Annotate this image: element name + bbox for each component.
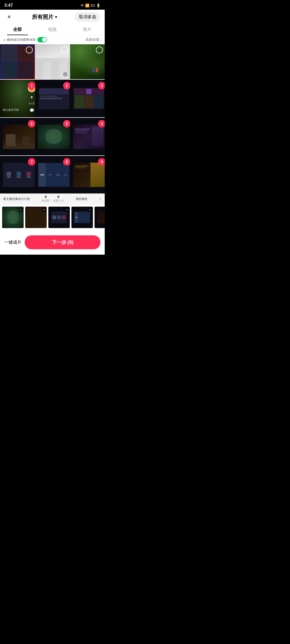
- preview-remove-3[interactable]: ×: [64, 207, 69, 212]
- grid-item-game4[interactable]: 4: [70, 118, 105, 155]
- preview-item-4[interactable]: 5v5 ×: [71, 207, 93, 228]
- new-creator-label: 新主播流量动力计划: [3, 197, 30, 201]
- bottom-info-bar: 新主播流量动力计划 0 粉丝数 0 直播人次 我的服务 ×: [0, 193, 105, 204]
- grid-item-game3[interactable]: 3: [70, 80, 105, 117]
- tab-video[interactable]: 视频: [35, 24, 70, 35]
- grid-item[interactable]: ✓: [35, 44, 70, 79]
- chevron-right-icon: ›: [100, 38, 102, 42]
- advanced-label: 高级设置: [85, 37, 99, 42]
- number-badge-1[interactable]: 1: [28, 82, 35, 89]
- tab-bar: 全部 视频 图片: [0, 24, 105, 35]
- grid-item[interactable]: [70, 44, 105, 79]
- status-bar: 3:47 👁 📶 5G 🔋: [0, 0, 105, 10]
- grid-item-battle[interactable]: 9: [70, 156, 105, 193]
- preview-item-3[interactable]: ×: [48, 207, 70, 228]
- photo-grid: ✓ ♥ 5.7万 💬: [0, 44, 105, 193]
- album-title: 所有照片: [32, 13, 53, 21]
- grid-item-menu2[interactable]: 5v5 5·5 3v3 1v1: [35, 156, 73, 193]
- tab-image[interactable]: 图片: [70, 24, 105, 35]
- grid-item-menu1[interactable]: 7: [0, 156, 38, 193]
- grid-item-cave[interactable]: ♥ 5.7万 💬 洞口直径73米 1: [0, 80, 38, 117]
- album-selector[interactable]: 所有照片 ▾: [32, 13, 57, 21]
- status-icons: 👁 📶 5G 🔋: [81, 3, 100, 8]
- cancel-multi-button[interactable]: 取消多选: [75, 12, 100, 22]
- tiktok-icon: ♪: [3, 38, 5, 42]
- action-bar: 一键成片 下一步 (9): [0, 233, 105, 255]
- watermark-label: 保存自己内容带水印: [7, 38, 36, 42]
- selection-circle[interactable]: [26, 46, 33, 53]
- close-button[interactable]: ×: [4, 12, 14, 22]
- eye-icon: 👁: [81, 3, 84, 8]
- number-badge-7[interactable]: 7: [28, 158, 35, 166]
- info-bar-close-button[interactable]: ×: [99, 197, 102, 201]
- dropdown-icon: ▾: [55, 15, 57, 19]
- count-label: 5.7万: [29, 102, 35, 105]
- status-time: 3:47: [4, 3, 13, 8]
- preview-remove-1[interactable]: ×: [18, 207, 23, 212]
- number-badge-8[interactable]: 8: [63, 158, 71, 166]
- cave-text: 洞口直径73米: [3, 108, 19, 112]
- settings-left: ♪ 保存自己内容带水印: [3, 37, 47, 42]
- followers-label: 粉丝数: [42, 199, 50, 203]
- grid-item-map[interactable]: 5: [35, 118, 73, 155]
- toggle-switch[interactable]: [37, 37, 47, 42]
- number-badge-5[interactable]: 5: [63, 120, 71, 127]
- number-badge-4[interactable]: 4: [98, 120, 105, 127]
- wifi-icon: 📶: [85, 3, 89, 8]
- grid-item[interactable]: [0, 44, 35, 79]
- settings-bar: ♪ 保存自己内容带水印 高级设置 ›: [0, 35, 105, 44]
- live-viewers-label: 直播人次: [53, 199, 64, 203]
- auto-compose-button[interactable]: 一键成片: [4, 237, 21, 248]
- app-container: 3:47 👁 📶 5G 🔋 × 所有照片 ▾ 取消多选 全部 视频 图片 ♪: [0, 0, 105, 255]
- number-badge-3[interactable]: 3: [98, 82, 105, 89]
- next-button[interactable]: 下一步 (9): [25, 235, 100, 249]
- my-services-label: 我的服务: [76, 197, 88, 201]
- grid-item-game2[interactable]: 2: [35, 80, 73, 117]
- preview-item-2[interactable]: ×: [25, 207, 47, 228]
- heart-icon: ♥: [31, 95, 33, 99]
- preview-item-1[interactable]: ×: [2, 207, 24, 228]
- tab-all[interactable]: 全部: [0, 24, 35, 35]
- live-viewers-value: 0: [53, 195, 64, 199]
- number-badge-6[interactable]: 6: [28, 120, 35, 127]
- settings-right[interactable]: 高级设置 ›: [85, 37, 102, 42]
- signal-icon: 5G: [90, 3, 95, 8]
- preview-bar: × × ×: [0, 204, 105, 233]
- preview-remove-4[interactable]: ×: [88, 207, 92, 212]
- preview-remove-2[interactable]: ×: [41, 207, 46, 212]
- comment-icon: 💬: [30, 108, 34, 112]
- number-badge-9[interactable]: 9: [98, 158, 105, 166]
- header: × 所有照片 ▾ 取消多选: [0, 10, 105, 24]
- preview-item-5[interactable]: ×: [95, 207, 105, 228]
- grid-item-rpg[interactable]: 6: [0, 118, 38, 155]
- number-badge-2[interactable]: 2: [63, 82, 71, 89]
- selection-circle[interactable]: [61, 46, 68, 53]
- battery-icon: 🔋: [96, 3, 100, 8]
- followers-value: 0: [42, 195, 50, 199]
